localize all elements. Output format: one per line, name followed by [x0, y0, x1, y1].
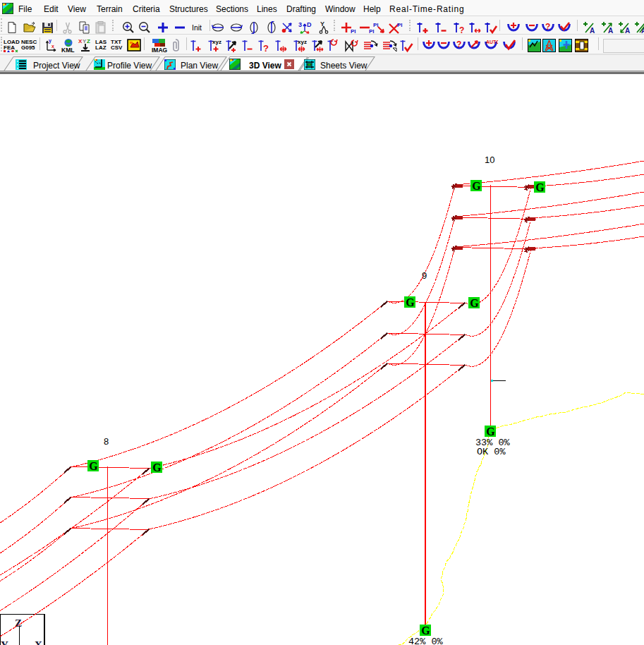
svg-text:FEA: FEA: [4, 44, 15, 51]
svg-text:OK 0%: OK 0%: [477, 447, 506, 457]
svg-text:LAZ: LAZ: [95, 44, 107, 51]
svg-text:PI: PI: [397, 22, 403, 28]
svg-text:AUTO: AUTO: [486, 40, 498, 44]
svg-text:G095: G095: [21, 44, 35, 51]
svg-text:PI: PI: [351, 28, 356, 34]
svg-text:G: G: [421, 625, 430, 637]
svg-text:3: 3: [298, 21, 302, 28]
svg-text:G: G: [472, 180, 481, 192]
svg-text:?: ?: [459, 25, 464, 34]
svg-text:Y: Y: [1, 639, 8, 645]
svg-text:A: A: [608, 27, 613, 34]
svg-text:KML: KML: [61, 47, 74, 53]
svg-text:y: y: [49, 38, 51, 44]
svg-text:G: G: [535, 181, 545, 193]
svg-text:8: 8: [104, 436, 109, 447]
svg-text:G: G: [152, 462, 162, 474]
svg-text:x: x: [51, 44, 54, 49]
svg-text:IMAG: IMAG: [152, 47, 168, 52]
svg-text:G: G: [470, 297, 479, 309]
svg-text:CSV: CSV: [111, 44, 123, 51]
svg-text:9: 9: [422, 270, 427, 281]
svg-text:?: ?: [456, 40, 461, 49]
svg-text:?: ?: [263, 43, 269, 53]
svg-text:A: A: [625, 27, 630, 34]
svg-text:xyz: xyz: [298, 39, 307, 45]
svg-text:Z: Z: [87, 38, 90, 44]
svg-text:G: G: [89, 460, 98, 472]
svg-text:G: G: [486, 426, 495, 438]
svg-text:10: 10: [485, 155, 494, 165]
svg-text:X: X: [35, 639, 42, 645]
svg-text:?: ?: [545, 22, 550, 32]
svg-text:A: A: [590, 27, 595, 34]
svg-text:D: D: [307, 21, 312, 28]
svg-text:42% 0%: 42% 0%: [408, 637, 444, 645]
svg-text:G: G: [406, 296, 415, 308]
svg-text:xyz: xyz: [212, 39, 221, 45]
